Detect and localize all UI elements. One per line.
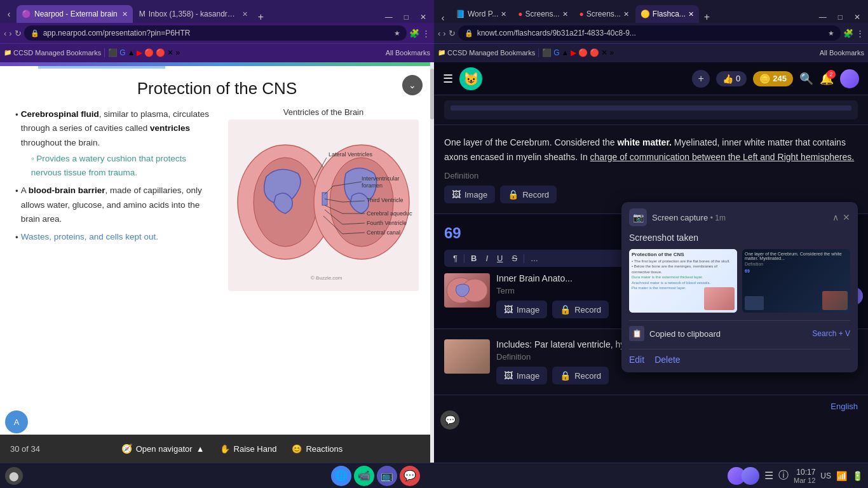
card1-image-btn[interactable]: 🖼 Image <box>444 186 495 203</box>
card1-record-btn[interactable]: 🔒 Record <box>500 186 557 203</box>
user-avatar-btn[interactable] <box>840 69 859 88</box>
right-maximize-btn[interactable]: □ <box>833 11 848 23</box>
popup-close-btn[interactable]: ✕ <box>843 212 850 222</box>
reactions-btn[interactable]: 😊 Reactions <box>292 444 342 454</box>
popup-delete-btn[interactable]: Delete <box>654 355 680 365</box>
right-bm-ccsd[interactable]: CCSD Managed Bookmarks <box>447 49 535 57</box>
right-bm-apps-icon[interactable]: ⬛ <box>542 48 552 57</box>
hamburger-btn[interactable]: ☰ <box>443 72 453 86</box>
left-all-bookmarks[interactable]: All Bookmarks <box>386 49 430 57</box>
open-navigator-btn[interactable]: 🧭 Open navigator ▲ <box>121 444 205 454</box>
right-bm-gdrive-icon[interactable]: ▲ <box>562 48 569 57</box>
notification-btn[interactable]: 🔔 2 <box>820 72 834 86</box>
nearpod-tab-close[interactable]: ✕ <box>122 10 128 18</box>
left-bookmarks-bar: 📁 CCSD Managed Bookmarks ⬛ G ▲ ▶ 🔴 🔴 ✕ »… <box>0 43 434 61</box>
duo-taskbar-icon[interactable]: 📺 <box>377 466 397 486</box>
flashcards-tab-close[interactable]: ✕ <box>688 10 694 18</box>
tray-avatar-2[interactable] <box>742 467 759 485</box>
screenshot-thumb-1[interactable]: Protection of the CNS • The first layer … <box>629 249 737 313</box>
right-bm-icon4[interactable]: 🔴 <box>578 48 588 57</box>
screen2-tab-close[interactable]: ✕ <box>623 10 629 18</box>
left-back-btn[interactable]: ‹ <box>4 29 6 38</box>
right-menu-btn[interactable]: ⋮ <box>856 29 864 38</box>
popup-collapse-btn[interactable]: ∧ <box>832 212 839 222</box>
left-menu-btn[interactable]: ⋮ <box>422 29 430 38</box>
right-forward-btn[interactable]: › <box>443 29 445 38</box>
knowt-logo[interactable]: 😺 <box>459 67 482 90</box>
left-bm-more[interactable]: » <box>175 48 180 57</box>
left-bm-icon4[interactable]: 🔴 <box>144 48 154 57</box>
right-bm-icon5[interactable]: 🔴 <box>590 48 599 57</box>
left-close-btn[interactable]: ✕ <box>415 11 431 23</box>
toolbar-paragraph-btn[interactable]: ¶ <box>449 252 461 264</box>
card2-record-btn[interactable]: 🔒 Record <box>552 301 609 318</box>
card3-image-btn[interactable]: 🖼 Image <box>496 367 547 384</box>
right-all-bookmarks[interactable]: All Bookmarks <box>820 49 864 57</box>
left-extensions-btn[interactable]: 🧩 <box>409 29 419 38</box>
down-arrow-btn[interactable]: ⌄ <box>402 75 423 95</box>
gmail-tab-close[interactable]: ✕ <box>242 10 248 18</box>
left-bm-ccsd[interactable]: CCSD Managed Bookmarks <box>13 49 101 57</box>
tray-list-icon[interactable]: ☰ <box>764 470 773 482</box>
card3-record-btn[interactable]: 🔒 Record <box>552 367 609 384</box>
right-back-btn[interactable]: ‹ <box>438 29 440 38</box>
tab-screen1[interactable]: ● Screens... ✕ <box>513 5 573 23</box>
left-reload-btn[interactable]: ↻ <box>15 29 22 38</box>
coins-badge[interactable]: 🪙 245 <box>753 71 793 86</box>
right-address-text[interactable]: knowt.com/flashcards/9b31a21f-4833-40c8-… <box>477 29 824 37</box>
meet-taskbar-icon[interactable]: 📹 <box>354 466 374 486</box>
right-bm-gmail-icon[interactable]: G <box>553 48 559 57</box>
tab-screen2[interactable]: ● Screens... ✕ <box>574 5 634 23</box>
right-reload-btn[interactable]: ↻ <box>449 29 456 38</box>
add-btn[interactable]: + <box>692 70 710 88</box>
left-address-input-container[interactable]: 🔒 app.nearpod.com/presentation?pin=P6HTR… <box>24 25 407 41</box>
left-bm-icon5[interactable]: 🔴 <box>156 48 165 57</box>
right-minimize-btn[interactable]: — <box>814 11 832 23</box>
left-bm-apps-icon[interactable]: ⬛ <box>108 48 118 57</box>
tab-nearpod[interactable]: 🟣 Nearpod - External brain ✕ <box>17 5 133 23</box>
card2-image-btn[interactable]: 🖼 Image <box>496 301 547 318</box>
right-bm-icon6[interactable]: ✕ <box>601 48 607 57</box>
screenshot-thumb-2[interactable]: One layer of the Cerebrum. Considered th… <box>742 249 850 313</box>
toolbar-underline-btn[interactable]: U <box>493 252 506 264</box>
left-new-tab-btn[interactable]: + <box>254 11 268 23</box>
left-forward-btn[interactable]: › <box>9 29 11 38</box>
tab-word[interactable]: 📘 Word P... ✕ <box>451 5 512 23</box>
right-bm-more[interactable]: » <box>609 48 614 57</box>
chat-taskbar-icon[interactable]: 💬 <box>400 466 420 486</box>
np-scrollbar-track[interactable] <box>430 62 434 463</box>
raise-hand-btn[interactable]: ✋ Raise Hand <box>220 444 277 454</box>
tab-gmail[interactable]: M Inbox (1,358) - kasandra.254... ✕ <box>134 5 253 23</box>
right-new-tab-btn[interactable]: + <box>700 11 714 23</box>
left-address-text[interactable]: app.nearpod.com/presentation?pin=P6HTR <box>43 29 390 37</box>
chrome-taskbar-icon[interactable]: 🌐 <box>331 466 351 486</box>
right-bm-yt-icon[interactable]: ▶ <box>571 48 576 57</box>
left-nav-back-btn[interactable]: ‹ <box>3 5 15 23</box>
tab-flashcards[interactable]: 🟡 Flashca... ✕ <box>635 5 699 23</box>
toolbar-strike-btn[interactable]: S <box>508 252 521 264</box>
left-maximize-btn[interactable]: □ <box>399 11 414 23</box>
popup-edit-btn[interactable]: Edit <box>629 355 644 365</box>
word-tab-close[interactable]: ✕ <box>501 10 506 18</box>
left-bm-gdrive-icon[interactable]: ▲ <box>128 48 135 57</box>
english-label-row: English <box>434 395 868 417</box>
system-menu-btn[interactable]: ⬤ <box>5 467 23 485</box>
toolbar-more-btn[interactable]: … <box>527 253 542 264</box>
right-address-input-container[interactable]: 🔒 knowt.com/flashcards/9b31a21f-4833-40c… <box>458 25 841 41</box>
likes-btn[interactable]: 👍 0 <box>716 71 747 86</box>
screen1-tab-close[interactable]: ✕ <box>562 10 568 18</box>
toolbar-bold-btn[interactable]: B <box>467 252 480 264</box>
search-btn[interactable]: 🔍 <box>799 72 813 86</box>
right-star-icon[interactable]: ★ <box>828 29 834 37</box>
toolbar-italic-btn[interactable]: I <box>482 252 492 264</box>
tray-info-icon[interactable]: ⓘ <box>778 469 789 482</box>
left-bm-icon6[interactable]: ✕ <box>167 48 173 57</box>
left-bm-yt-icon[interactable]: ▶ <box>137 48 142 57</box>
left-star-icon[interactable]: ★ <box>394 29 400 37</box>
right-extensions-btn[interactable]: 🧩 <box>843 29 853 38</box>
chat-bubble-btn[interactable]: 💬 <box>440 410 459 430</box>
left-minimize-btn[interactable]: — <box>380 11 398 23</box>
np-scrollbar-thumb[interactable] <box>430 69 434 119</box>
right-close-btn[interactable]: ✕ <box>849 11 865 23</box>
left-bm-gmail-icon[interactable]: G <box>119 48 125 57</box>
